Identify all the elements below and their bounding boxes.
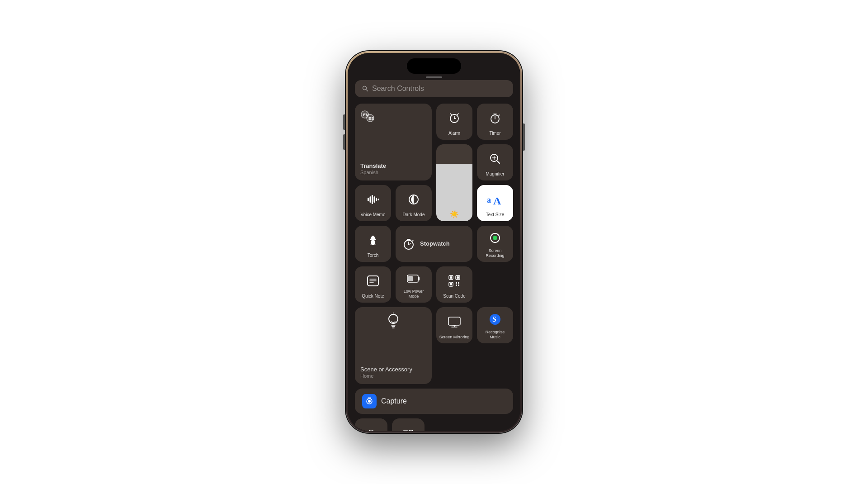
svg-rect-51 <box>450 276 452 279</box>
volume-down-button[interactable] <box>343 134 345 150</box>
home-icon-area <box>360 313 426 364</box>
magnifier-icon <box>489 152 501 165</box>
scan-code-icon <box>448 275 461 287</box>
svg-text:ES: ES <box>368 116 374 121</box>
brightness-control[interactable]: ☀️ <box>436 144 472 221</box>
alarm-control[interactable]: Alarm <box>436 104 472 140</box>
voice-memo-icon <box>367 194 379 205</box>
low-power-icon <box>407 274 420 283</box>
svg-rect-74 <box>369 430 373 431</box>
alarm-icon <box>448 112 461 124</box>
svg-rect-20 <box>368 198 369 201</box>
text-size-control[interactable]: a A Text Size <box>477 185 513 221</box>
magnifier-icon-area <box>480 148 510 170</box>
svg-rect-53 <box>450 283 452 285</box>
scan-code-control[interactable]: Scan Code <box>436 266 472 303</box>
dark-mode-label: Dark Mode <box>403 212 425 218</box>
voice-memo-icon-area <box>358 189 388 210</box>
search-bar[interactable]: Search Controls <box>355 80 513 97</box>
quick-note-label: Quick Note <box>362 294 384 299</box>
svg-rect-25 <box>378 199 379 200</box>
home-control[interactable]: Scene or Accessory Home <box>355 307 432 384</box>
translate-label: Translate <box>360 162 386 170</box>
quick-note-icon <box>367 275 379 287</box>
text-size-label: Text Size <box>486 212 505 218</box>
torch-label: Torch <box>368 253 378 258</box>
home-bulb-icon <box>387 313 400 329</box>
svg-rect-75 <box>404 430 407 431</box>
stopwatch-label: Stopwatch <box>420 240 450 247</box>
capture-icon-bg <box>362 394 377 408</box>
alarm-label: Alarm <box>448 131 460 136</box>
svg-text:a: a <box>487 195 491 204</box>
svg-line-38 <box>412 240 413 241</box>
dynamic-island <box>407 58 461 74</box>
svg-rect-31 <box>372 236 374 237</box>
recognise-music-control[interactable]: S Recognise Music <box>477 307 513 343</box>
svg-rect-56 <box>456 285 457 286</box>
screen-recording-icon-area <box>480 229 510 247</box>
drag-indicator <box>426 76 442 78</box>
screen-recording-control[interactable]: Screen Recording <box>477 226 513 262</box>
svg-rect-54 <box>456 282 457 284</box>
stopwatch-control[interactable]: Stopwatch <box>396 226 472 262</box>
screen-mirroring-icon-area <box>439 311 470 333</box>
text-size-icon-area: a A <box>480 189 510 210</box>
capture-section[interactable]: Capture <box>355 389 513 414</box>
home-scene-label: Scene or Accessory <box>360 366 426 373</box>
phone-screen: Search Controls EN ES <box>348 53 520 431</box>
bottom-row <box>355 418 513 431</box>
svg-point-40 <box>493 236 497 240</box>
timer-control[interactable]: Timer <box>477 104 513 140</box>
svg-text:S: S <box>492 315 496 323</box>
stopwatch-icon-area <box>402 237 415 251</box>
power-button[interactable] <box>523 123 525 151</box>
svg-rect-63 <box>448 317 460 325</box>
recognise-music-icon-area: S <box>480 311 510 328</box>
home-sublabel: Home <box>360 373 426 379</box>
home-label-block: Scene or Accessory Home <box>360 364 426 379</box>
voice-memo-control[interactable]: Voice Memo <box>355 185 391 221</box>
svg-text:A: A <box>493 195 501 206</box>
torch-control[interactable]: Torch <box>355 226 391 262</box>
bottom-qr-item[interactable] <box>392 418 425 431</box>
brightness-slider: ☀️ <box>436 144 472 221</box>
svg-line-1 <box>366 90 368 91</box>
screen-recording-label: Screen Recording <box>480 248 510 258</box>
phone-frame: Search Controls EN ES <box>346 51 522 433</box>
quick-note-control[interactable]: Quick Note <box>355 266 391 303</box>
translate-label-block: Translate Spanish <box>360 161 386 175</box>
screen-recording-icon <box>489 232 501 244</box>
volume-up-button[interactable] <box>343 114 345 130</box>
control-center: Search Controls EN ES <box>348 53 520 431</box>
svg-rect-23 <box>374 196 375 203</box>
recognise-music-label: Recognise Music <box>480 330 510 340</box>
svg-rect-47 <box>408 276 413 281</box>
search-icon <box>362 85 368 92</box>
dark-mode-icon-area <box>398 189 429 210</box>
torch-icon <box>368 234 378 247</box>
svg-rect-24 <box>376 198 377 201</box>
quick-note-icon-area <box>358 270 388 292</box>
svg-line-10 <box>457 114 458 115</box>
svg-line-17 <box>497 161 500 163</box>
low-power-control[interactable]: Low Power Mode <box>396 266 432 303</box>
translate-icon-area: EN ES <box>360 109 426 161</box>
brightness-fill: ☀️ <box>436 164 472 221</box>
controls-grid: EN ES Translate Spanish <box>355 104 513 384</box>
svg-marker-30 <box>370 237 376 240</box>
dark-mode-icon <box>407 193 420 206</box>
text-size-icon: a A <box>487 193 503 206</box>
search-placeholder: Search Controls <box>372 85 424 93</box>
timer-icon-area <box>480 107 510 129</box>
magnifier-label: Magnifier <box>486 171 504 177</box>
screen-content: Search Controls EN ES <box>348 53 520 431</box>
bottom-camera-item[interactable] <box>355 418 387 431</box>
screen-mirroring-control[interactable]: Screen Mirroring <box>436 307 472 343</box>
translate-sublabel: Spanish <box>360 170 386 175</box>
translate-control[interactable]: EN ES Translate Spanish <box>355 104 432 180</box>
svg-rect-52 <box>457 276 459 279</box>
magnifier-control[interactable]: Magnifier <box>477 144 513 180</box>
dark-mode-control[interactable]: Dark Mode <box>396 185 432 221</box>
scan-code-icon-area <box>439 270 470 292</box>
